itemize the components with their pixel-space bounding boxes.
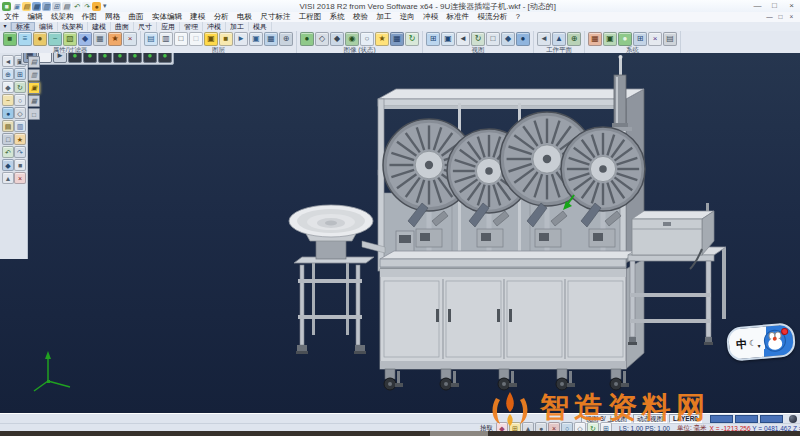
status-layer-cell[interactable]: LAYER0 xyxy=(669,414,702,423)
layer-merge-icon[interactable]: ▦ xyxy=(264,32,278,46)
maximize-button[interactable]: □ xyxy=(766,0,783,12)
annotation-icon[interactable]: ★ xyxy=(14,133,26,145)
menu-item[interactable]: 建模 xyxy=(186,12,209,22)
viewport-3d[interactable]: ◄▣⊕⊞◆↻~○●◇▤▥□★↶↷◆■▲× ▦►●●●●●●● ▤▥▣▦□ 中 ☾… xyxy=(0,53,800,413)
workplane-reset-icon[interactable]: ⊕ xyxy=(567,32,581,46)
refresh-image-icon[interactable]: ↻ xyxy=(405,32,419,46)
ime-menu-icon[interactable]: ▾ xyxy=(757,342,761,349)
mini-view-btn-5[interactable]: □ xyxy=(28,108,40,120)
previous-view-icon[interactable]: ↷ xyxy=(14,146,26,158)
close-button[interactable]: × xyxy=(783,0,800,12)
hide-element-icon[interactable]: ○ xyxy=(14,94,26,106)
wireframe-mode-icon[interactable]: ◇ xyxy=(315,32,329,46)
redraw-icon[interactable]: ↶ xyxy=(2,146,14,158)
status-slot-1[interactable] xyxy=(710,415,733,423)
system-settings-icon[interactable]: ▦ xyxy=(588,32,602,46)
system-screen-icon[interactable]: ▣ xyxy=(603,32,617,46)
filter-reset-icon[interactable]: × xyxy=(123,32,137,46)
zoom-fit-icon[interactable]: ⊞ xyxy=(426,32,440,46)
zoom-window-icon[interactable]: ▣ xyxy=(441,32,455,46)
shade-edge-icon[interactable]: ◉ xyxy=(345,32,359,46)
menu-item[interactable]: 尺寸标注 xyxy=(256,12,294,22)
menu-item[interactable]: 加工 xyxy=(372,12,395,22)
filter-surface-icon[interactable]: ▧ xyxy=(63,32,77,46)
dynamic-view-icon[interactable]: ● xyxy=(516,32,530,46)
menu-item[interactable]: 校验 xyxy=(349,12,372,22)
menu-item[interactable]: 电极 xyxy=(233,12,256,22)
view-orient-top-icon[interactable]: ● xyxy=(83,53,97,63)
workplane-set-icon[interactable]: ◄ xyxy=(537,32,551,46)
front-view-icon[interactable]: □ xyxy=(486,32,500,46)
front-view-icon[interactable]: ■ xyxy=(14,159,26,171)
zoom-window-icon[interactable]: ⊕ xyxy=(2,68,14,80)
view-orient-back-icon[interactable]: ● xyxy=(143,53,157,63)
mini-view-btn-2[interactable]: ▥ xyxy=(28,69,40,81)
wireframe-toggle-icon[interactable]: ◇ xyxy=(14,107,26,119)
rotate-view-icon[interactable]: ↻ xyxy=(471,32,485,46)
toolbar-tab[interactable]: 标准 xyxy=(11,22,35,31)
menu-item[interactable]: 编辑 xyxy=(23,12,46,22)
layer-on-icon[interactable]: □ xyxy=(174,32,188,46)
clip-plane-icon[interactable]: □ xyxy=(2,133,14,145)
toolbar-tab[interactable]: 加工 xyxy=(226,22,249,31)
pan-view-icon[interactable]: ◄ xyxy=(456,32,470,46)
save-icon[interactable]: ▦ xyxy=(32,2,41,11)
view-orient-right-icon[interactable]: ● xyxy=(113,53,127,63)
background-icon[interactable]: ▦ xyxy=(390,32,404,46)
menu-item[interactable]: ? xyxy=(512,12,525,22)
status-sphere-icon[interactable] xyxy=(789,415,797,423)
menu-item[interactable]: 逆向 xyxy=(396,12,419,22)
redo-icon[interactable]: ↷ xyxy=(82,2,91,11)
toolbar-tab[interactable]: 模具 xyxy=(249,22,272,31)
toolbar-tab[interactable]: 曲面 xyxy=(111,22,134,31)
light-icon[interactable]: ★ xyxy=(375,32,389,46)
mini-view-btn-4[interactable]: ▦ xyxy=(28,95,40,107)
undo-icon[interactable]: ↶ xyxy=(72,2,81,11)
menu-item[interactable]: 分析 xyxy=(210,12,233,22)
top-view-icon[interactable]: ▲ xyxy=(2,172,14,184)
toolbar-tab[interactable]: 应用 xyxy=(157,22,180,31)
toolbar-tab[interactable]: 线架构 xyxy=(58,22,88,31)
open-file-icon[interactable]: ▤ xyxy=(22,2,31,11)
view-orient-left-icon[interactable]: ● xyxy=(128,53,142,63)
iso-view-icon[interactable]: ◆ xyxy=(501,32,515,46)
axonometric-icon[interactable]: ◆ xyxy=(2,159,14,171)
menu-item[interactable]: 实体编辑 xyxy=(148,12,186,22)
app-icon[interactable]: ■ xyxy=(2,2,11,11)
toolbar-overflow-icon[interactable]: ▾ xyxy=(0,22,11,31)
zoom-fit-icon[interactable]: ⊞ xyxy=(14,68,26,80)
system-measure-icon[interactable]: × xyxy=(648,32,662,46)
mask-icon[interactable]: ▥ xyxy=(14,120,26,132)
status-slot-2[interactable] xyxy=(735,415,758,423)
menu-item[interactable]: 网格 xyxy=(101,12,124,22)
view-orient-bottom-icon[interactable]: ● xyxy=(158,53,172,63)
attribute-color-icon[interactable]: ■ xyxy=(3,32,17,46)
layer-current-icon[interactable]: ▣ xyxy=(204,32,218,46)
import-icon[interactable]: ⊞ xyxy=(52,2,61,11)
mini-view-btn-1[interactable]: ▤ xyxy=(28,56,40,68)
mini-view-btn-3[interactable]: ▣ xyxy=(28,82,40,94)
menu-item[interactable]: 工程图 xyxy=(295,12,326,22)
measure-icon[interactable]: ~ xyxy=(2,94,14,106)
layer-purge-icon[interactable]: ⊕ xyxy=(279,32,293,46)
filter-curve-icon[interactable]: ~ xyxy=(48,32,62,46)
view-play-icon[interactable]: ► xyxy=(53,53,67,63)
filter-mesh-icon[interactable]: ▦ xyxy=(93,32,107,46)
save-all-icon[interactable]: ▥ xyxy=(42,2,51,11)
delete-icon[interactable]: × xyxy=(14,172,26,184)
menu-item[interactable]: 曲面 xyxy=(124,12,147,22)
layer-list-icon[interactable]: ▥ xyxy=(159,32,173,46)
new-file-icon[interactable]: ▣ xyxy=(12,2,21,11)
filter-all-icon[interactable]: ★ xyxy=(108,32,122,46)
workplane-align-icon[interactable]: ▲ xyxy=(552,32,566,46)
pan-icon[interactable]: ◆ xyxy=(2,81,14,93)
layer-panel-icon[interactable]: ▤ xyxy=(2,120,14,132)
mdi-minimize-button[interactable]: — xyxy=(764,12,775,22)
transparent-icon[interactable]: ○ xyxy=(360,32,374,46)
menu-item[interactable]: 冲模 xyxy=(419,12,442,22)
system-print-icon[interactable]: ▤ xyxy=(663,32,677,46)
menu-item[interactable]: 作图 xyxy=(78,12,101,22)
view-orient-iso-icon[interactable]: ● xyxy=(68,53,82,63)
toolbar-tab[interactable]: 编辑 xyxy=(35,22,58,31)
toolbar-tab[interactable]: 冲模 xyxy=(203,22,226,31)
